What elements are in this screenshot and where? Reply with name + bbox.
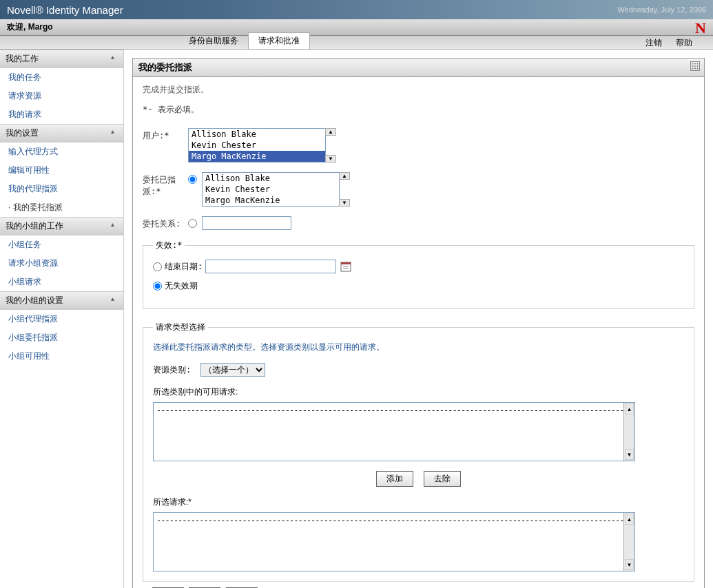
panel-options-icon[interactable] — [690, 61, 700, 71]
logout-link[interactable]: 注销 — [645, 37, 662, 49]
reqtype-fieldset: 请求类型选择 选择此委托指派请求的类型。选择资源类别以显示可用的请求。 资源类别… — [143, 322, 694, 581]
list-item[interactable]: Kevin Chester — [189, 140, 325, 151]
instruction-text: 完成并提交指派。 — [143, 84, 694, 96]
list-item[interactable]: Kevin Chester — [203, 184, 339, 195]
tab-self-service[interactable]: 身份自助服务 — [179, 33, 248, 49]
svg-text:N: N — [695, 19, 706, 36]
collapse-icon[interactable]: ▴ — [111, 127, 119, 136]
help-link[interactable]: 帮助 — [676, 37, 692, 49]
sidebar-item-team-availability[interactable]: 小组可用性 — [0, 347, 123, 366]
list-item[interactable]: Allison Blake — [189, 129, 325, 140]
sidebar-group-mysettings: 我的设置▴ — [0, 124, 123, 143]
scroll-down-icon[interactable]: ▼ — [625, 449, 634, 460]
panel-title: 我的委托指派 — [133, 59, 704, 77]
sidebar: 我的工作▴ 我的任务 请求资源 我的请求 我的设置▴ 输入代理方式 编辑可用性 … — [0, 50, 124, 588]
category-label: 资源类别: — [153, 364, 191, 376]
sidebar-item-my-proxy[interactable]: 我的代理指派 — [0, 180, 123, 198]
selected-label: 所选请求:* — [153, 496, 684, 508]
sidebar-item-request-resource[interactable]: 请求资源 — [0, 87, 123, 105]
selected-requests-list[interactable]: ----------------------------------------… — [153, 512, 635, 571]
expiry-legend: 失效:* — [153, 240, 185, 251]
collapse-icon[interactable]: ▴ — [111, 53, 119, 61]
app-title: Novell® Identity Manager — [7, 4, 123, 16]
sidebar-item-edit-availability[interactable]: 编辑可用性 — [0, 161, 123, 180]
scroll-down-icon[interactable]: ▼ — [339, 199, 350, 207]
delegate-label: 委托已指派:* — [143, 172, 188, 198]
main-panel: 我的委托指派 完成并提交指派。 *- 表示必填。 用户:* Allison Bl… — [132, 58, 705, 588]
sidebar-item-myrequests[interactable]: 我的请求 — [0, 105, 123, 124]
calendar-icon[interactable] — [340, 261, 351, 272]
sidebar-item-team-proxy[interactable]: 小组代理指派 — [0, 310, 123, 328]
svg-point-6 — [697, 65, 699, 67]
sidebar-group-mywork: 我的工作▴ — [0, 50, 123, 68]
reqtype-legend: 请求类型选择 — [153, 322, 208, 333]
list-item[interactable]: Allison Blake — [203, 173, 339, 184]
svg-point-9 — [697, 68, 699, 70]
sidebar-item-mytasks[interactable]: 我的任务 — [0, 68, 123, 87]
collapse-icon[interactable]: ▴ — [111, 220, 119, 229]
scroll-up-icon[interactable]: ▲ — [625, 403, 634, 414]
svg-point-1 — [692, 63, 694, 65]
expiry-fieldset: 失效:* 结束日期: 无失效期 — [143, 240, 694, 309]
relation-input[interactable] — [202, 216, 291, 230]
tab-requests[interactable]: 请求和批准 — [248, 32, 310, 49]
relation-label: 委托关系: — [143, 216, 188, 230]
sidebar-group-teamsettings: 我的小组的设置▴ — [0, 291, 123, 310]
user-label: 用户:* — [143, 128, 188, 142]
svg-point-4 — [692, 65, 694, 67]
list-item[interactable]: Margo MacKenzie — [203, 195, 339, 206]
end-date-input[interactable] — [205, 260, 336, 273]
category-select[interactable]: （选择一个） — [200, 363, 265, 377]
sidebar-item-proxy-mode[interactable]: 输入代理方式 — [0, 143, 123, 161]
app-header: Novell® Identity Manager Wednesday, July… — [0, 0, 713, 19]
remove-button[interactable]: 去除 — [424, 471, 461, 487]
svg-point-5 — [694, 65, 696, 67]
delegate-assigned-radio[interactable] — [188, 175, 197, 184]
no-expiry-radio[interactable] — [153, 282, 162, 291]
delegate-relation-radio[interactable] — [188, 219, 197, 228]
svg-point-3 — [697, 63, 699, 65]
sidebar-item-team-delegate[interactable]: 小组委托指派 — [0, 328, 123, 347]
end-date-label: 结束日期: — [165, 261, 203, 273]
tabs-bar: 身份自助服务 请求和批准 注销 帮助 — [0, 36, 713, 50]
sidebar-item-team-tasks[interactable]: 小组任务 — [0, 235, 123, 254]
header-date: Wednesday, July 12, 2006 — [617, 6, 706, 14]
svg-rect-11 — [341, 262, 351, 264]
scroll-up-icon[interactable]: ▲ — [625, 514, 634, 525]
sidebar-item-team-request-resource[interactable]: 请求小组资源 — [0, 254, 123, 273]
scroll-down-icon[interactable]: ▼ — [625, 559, 634, 570]
svg-point-2 — [694, 63, 696, 65]
delegate-listbox[interactable]: Allison Blake Kevin Chester Margo MacKen… — [202, 172, 340, 207]
welcome-bar: 欢迎, Margo — [0, 19, 713, 36]
svg-point-7 — [692, 68, 694, 70]
reqtype-note: 选择此委托指派请求的类型。选择资源类别以显示可用的请求。 — [153, 342, 684, 353]
required-note: *- 表示必填。 — [143, 104, 694, 116]
no-expiry-label: 无失效期 — [165, 280, 198, 292]
svg-point-8 — [694, 68, 696, 70]
user-listbox[interactable]: Allison Blake Kevin Chester Margo MacKen… — [188, 128, 326, 162]
sidebar-group-teamwork: 我的小组的工作▴ — [0, 217, 123, 235]
add-button[interactable]: 添加 — [376, 471, 413, 487]
collapse-icon[interactable]: ▴ — [111, 295, 119, 303]
novell-logo: N — [694, 19, 707, 36]
welcome-text: 欢迎, Margo — [7, 21, 53, 33]
sidebar-item-my-delegate[interactable]: · 我的委托指派 — [0, 198, 123, 217]
end-date-radio[interactable] — [153, 262, 162, 271]
scroll-down-icon[interactable]: ▼ — [325, 155, 336, 162]
scroll-up-icon[interactable]: ▲ — [325, 128, 336, 136]
available-label: 所选类别中的可用请求: — [153, 386, 684, 398]
available-requests-list[interactable]: ----------------------------------------… — [153, 402, 635, 461]
scroll-up-icon[interactable]: ▲ — [339, 172, 350, 180]
sidebar-item-team-requests[interactable]: 小组请求 — [0, 273, 123, 291]
list-item[interactable]: Margo MacKenzie — [189, 151, 325, 162]
